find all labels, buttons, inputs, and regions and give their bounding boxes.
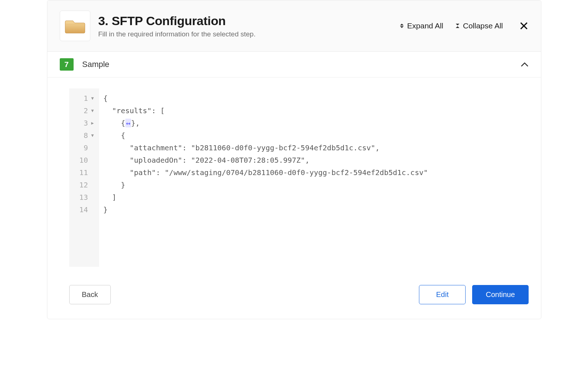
code-gutter: 1▼2▼3▶8▼91011121314 [69, 88, 99, 267]
expand-all-button[interactable]: Expand All [400, 21, 443, 30]
code-content[interactable]: { "results": [ {↔}, { "attachment": "b28… [99, 88, 529, 267]
gutter-line[interactable]: 11 [69, 166, 96, 179]
code-line: {↔}, [103, 117, 524, 129]
code-line: { [103, 92, 524, 104]
code-line: "attachment": "b2811060-d0f0-yygg-bcf2-5… [103, 142, 524, 154]
gutter-line[interactable]: 9 [69, 142, 96, 154]
config-panel: 3. SFTP Configuration Fill in the requir… [47, 0, 541, 319]
close-icon [519, 21, 529, 31]
gutter-line[interactable]: 2▼ [69, 104, 96, 117]
page-title: 3. SFTP Configuration [98, 14, 400, 28]
json-code-viewer: 1▼2▼3▶8▼91011121314 { "results": [ {↔}, … [69, 88, 529, 267]
gutter-line[interactable]: 12 [69, 179, 96, 191]
section-badge: 7 [60, 58, 74, 71]
gutter-line[interactable]: 13 [69, 191, 96, 203]
collapse-icon [456, 24, 459, 28]
section-header-sample[interactable]: 7 Sample [47, 52, 541, 78]
code-line: "uploadedOn": "2022-04-08T07:28:05.997Z"… [103, 154, 524, 166]
gutter-line[interactable]: 10 [69, 154, 96, 166]
code-line: { [103, 129, 524, 142]
gutter-line[interactable]: 8▼ [69, 129, 96, 142]
chevron-up-icon [521, 62, 529, 67]
expand-all-label: Expand All [407, 21, 443, 30]
close-button[interactable] [519, 21, 529, 31]
gutter-line[interactable]: 1▼ [69, 92, 96, 104]
page-subtitle: Fill in the required information for the… [98, 30, 400, 38]
panel-footer: Back Edit Continue [47, 278, 541, 319]
continue-button[interactable]: Continue [472, 285, 528, 304]
collapse-all-button[interactable]: Collapse All [456, 21, 503, 30]
back-button[interactable]: Back [69, 285, 111, 304]
code-line: "results": [ [103, 104, 524, 117]
folder-icon [65, 17, 85, 35]
code-line: } [103, 203, 524, 216]
code-line: ] [103, 191, 524, 203]
section-title: Sample [82, 60, 521, 69]
code-line: "path": "/www/staging/0704/b2811060-d0f0… [103, 166, 524, 179]
fold-marker-icon[interactable]: ↔ [125, 119, 131, 127]
gutter-line[interactable]: 14 [69, 203, 96, 216]
panel-header: 3. SFTP Configuration Fill in the requir… [47, 0, 541, 52]
expand-icon [400, 24, 404, 28]
header-actions: Expand All Collapse All [400, 21, 529, 31]
code-line: } [103, 179, 524, 191]
collapse-all-label: Collapse All [463, 21, 503, 30]
step-folder-icon [60, 11, 90, 41]
gutter-line[interactable]: 3▶ [69, 117, 96, 129]
edit-button[interactable]: Edit [419, 285, 466, 304]
title-block: 3. SFTP Configuration Fill in the requir… [98, 14, 400, 38]
